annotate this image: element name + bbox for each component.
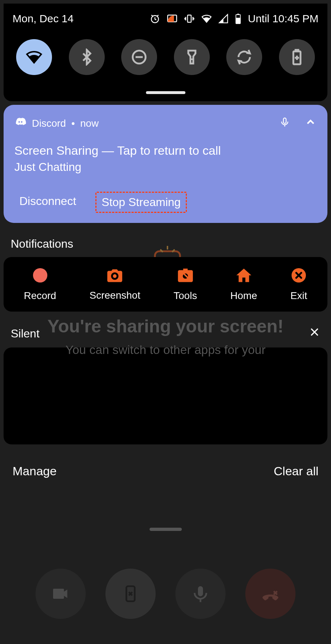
call-controls [0, 569, 331, 619]
disconnect-button[interactable]: Disconnect [14, 192, 81, 213]
record-icon [32, 267, 48, 284]
cast-icon [167, 13, 178, 24]
qs-tiles [13, 39, 318, 75]
notifications-section-label: Notifications [11, 237, 320, 251]
camera-toggle-button[interactable] [36, 569, 86, 619]
qs-expand-handle[interactable] [146, 91, 185, 94]
mic-toggle-button[interactable] [175, 569, 226, 619]
discord-subtitle: Just Chatting [14, 160, 317, 174]
tools-button[interactable]: Tools [174, 267, 197, 302]
discord-time: now [80, 118, 99, 129]
bullet: • [71, 118, 75, 129]
quick-settings-panel: Mon, Dec 14 [4, 4, 327, 101]
discord-title: Screen Sharing — Tap to return to call [14, 144, 317, 158]
svg-rect-9 [237, 14, 239, 15]
qs-dnd-tile[interactable] [121, 39, 157, 75]
discord-app-name: Discord [32, 118, 66, 129]
svg-rect-10 [236, 18, 241, 24]
qs-rotate-tile[interactable] [226, 39, 262, 75]
notifications-label-text: Notifications [11, 237, 73, 251]
status-bar: Mon, Dec 14 [13, 13, 318, 25]
toolbox-icon [176, 267, 194, 284]
mic-icon[interactable] [279, 116, 290, 131]
stop-streaming-button[interactable]: Stop Streaming [95, 192, 187, 213]
alarm-icon [150, 13, 160, 24]
svg-rect-18 [283, 118, 286, 123]
discord-notification[interactable]: Discord • now Screen Sharing — Tap to re… [4, 105, 327, 223]
exit-icon [290, 267, 307, 284]
camera-icon [106, 267, 124, 283]
screenshot-label: Screenshot [90, 290, 141, 301]
collapse-icon[interactable] [304, 116, 317, 131]
stop-share-button[interactable] [105, 569, 156, 619]
close-icon[interactable] [309, 326, 320, 341]
clear-all-button[interactable]: Clear all [274, 464, 318, 478]
vibrate-icon [184, 13, 195, 24]
status-until-text: Until 10:45 PM [248, 13, 318, 25]
exit-button[interactable]: Exit [290, 267, 307, 302]
notification-shade: Mon, Dec 14 [0, 0, 331, 644]
screenshot-button[interactable]: Screenshot [90, 267, 141, 301]
battery-icon [235, 13, 241, 24]
silent-notification-card[interactable] [4, 347, 327, 444]
status-date: Mon, Dec 14 [13, 13, 74, 25]
silent-section-label: Silent [11, 326, 320, 341]
home-label: Home [230, 290, 257, 302]
svg-rect-23 [198, 586, 203, 596]
qs-flashlight-tile[interactable] [174, 39, 210, 75]
hangup-button[interactable] [245, 569, 295, 619]
home-button[interactable]: Home [230, 267, 257, 302]
home-icon [235, 267, 253, 284]
record-label: Record [24, 290, 56, 302]
svg-point-19 [33, 268, 47, 283]
qs-bluetooth-tile[interactable] [69, 39, 105, 75]
wifi-status-icon [201, 13, 212, 24]
tools-label: Tools [174, 290, 197, 302]
discord-icon [14, 117, 27, 130]
silent-label-text: Silent [11, 327, 39, 340]
signal-icon [218, 14, 228, 24]
manage-button[interactable]: Manage [13, 464, 57, 478]
status-icons: Until 10:45 PM [150, 13, 318, 25]
svg-rect-7 [188, 15, 191, 22]
shade-footer: Manage Clear all [13, 464, 318, 478]
record-button[interactable]: Record [24, 267, 56, 302]
svg-rect-15 [295, 50, 298, 51]
qs-wifi-tile[interactable] [16, 39, 52, 75]
exit-label: Exit [290, 290, 307, 302]
qs-battery-saver-tile[interactable] [279, 39, 315, 75]
call-panel-handle[interactable] [150, 528, 182, 531]
recorder-toolbar-notification[interactable]: Record Screenshot Tools Home Exit [4, 257, 327, 312]
